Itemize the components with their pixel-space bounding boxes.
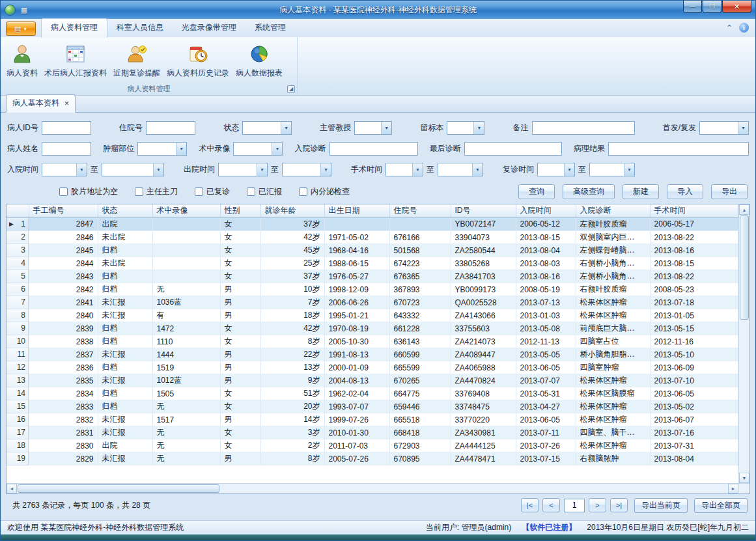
table-cell[interactable]: YB0099173 — [451, 283, 516, 296]
table-cell[interactable]: 双侧脑室内巨… — [576, 231, 650, 244]
table-cell[interactable]: 2838 — [29, 335, 98, 348]
table-row[interactable]: 42844未出院女25岁1988-06-15674223338052682013… — [7, 257, 738, 270]
prev-page-button[interactable]: < — [542, 498, 560, 512]
table-cell[interactable]: 松果体区肿瘤 — [576, 309, 650, 322]
table-cell[interactable]: 2013-05-02 — [650, 400, 738, 413]
row-header[interactable]: 12 — [7, 361, 29, 374]
checkbox-film-address-empty[interactable]: 胶片地址为空 — [59, 186, 118, 197]
table-cell[interactable]: 2013-07-13 — [516, 296, 576, 309]
table-cell[interactable]: 女 — [220, 426, 260, 439]
table-cell[interactable]: 2836 — [29, 361, 98, 374]
table-cell[interactable]: 9岁 — [260, 374, 324, 387]
table-row[interactable]: 72841未汇报1036蓝男7岁2006-06-26670723QA002552… — [7, 296, 738, 309]
row-header[interactable]: 11 — [7, 348, 29, 361]
table-cell[interactable]: QA0025528 — [451, 296, 516, 309]
column-header[interactable]: 手术时间 — [650, 204, 738, 217]
table-cell[interactable]: 2013-07-26 — [516, 439, 576, 452]
table-row[interactable]: 32845归档女45岁1968-04-16501568ZA25805442013… — [7, 244, 738, 257]
table-cell[interactable]: 2843 — [29, 270, 98, 283]
revisit-time-from[interactable]: ▼ — [537, 163, 575, 176]
chevron-down-icon[interactable]: ▼ — [473, 122, 484, 134]
table-cell[interactable]: 7岁 — [260, 296, 324, 309]
ribbon-tab-media-management[interactable]: 光盘录像带管理 — [173, 19, 245, 37]
close-icon[interactable]: × — [64, 100, 69, 107]
column-header[interactable] — [7, 204, 29, 217]
table-cell[interactable]: ZA4444125 — [451, 439, 516, 452]
table-cell[interactable]: ZA4143066 — [451, 309, 516, 322]
table-cell[interactable]: ZA3430981 — [451, 426, 516, 439]
chevron-down-icon[interactable]: ▼ — [381, 122, 391, 134]
chevron-down-icon[interactable]: ▼ — [320, 163, 331, 176]
table-cell[interactable]: ZA4478471 — [451, 452, 516, 465]
table-cell[interactable]: 2006-05-12 — [516, 217, 576, 231]
table-cell[interactable]: 659446 — [389, 400, 451, 413]
table-cell[interactable]: 20岁 — [260, 400, 324, 413]
table-cell[interactable]: 2012-11-16 — [650, 335, 738, 348]
table-cell[interactable]: 2008-05-19 — [516, 283, 576, 296]
table-cell[interactable]: 2832 — [29, 413, 98, 426]
table-cell[interactable]: 有 — [152, 309, 220, 322]
discharge-time-to[interactable]: ▼ — [282, 163, 331, 176]
table-cell[interactable]: 2013-07-31 — [650, 439, 738, 452]
table-cell[interactable]: 676365 — [389, 270, 451, 283]
table-cell[interactable] — [152, 217, 220, 231]
table-cell[interactable]: 25岁 — [260, 257, 324, 270]
chevron-down-icon[interactable]: ▼ — [176, 143, 186, 155]
table-cell[interactable]: 归档 — [98, 244, 152, 257]
table-cell[interactable]: 女 — [220, 244, 260, 257]
table-cell[interactable]: 2013-07-18 — [650, 296, 738, 309]
table-cell[interactable]: 女 — [220, 217, 260, 231]
table-cell[interactable]: 668418 — [389, 426, 451, 439]
row-header[interactable]: 4 — [7, 257, 29, 270]
table-cell[interactable]: 未出院 — [98, 257, 152, 270]
ribbon-item-revisit-reminder[interactable]: 近期复诊提醒 — [110, 40, 163, 81]
table-cell[interactable]: 2011-07-03 — [324, 439, 389, 452]
checkbox-chief-surgeon[interactable]: 主任主刀 — [135, 186, 178, 197]
table-cell[interactable]: 1998-12-09 — [324, 283, 389, 296]
table-cell[interactable]: 女 — [220, 335, 260, 348]
pathology-input[interactable] — [608, 142, 749, 156]
table-cell[interactable]: 660599 — [389, 348, 451, 361]
chevron-down-icon[interactable]: ▼ — [257, 163, 267, 176]
table-cell[interactable]: 674223 — [389, 257, 451, 270]
table-cell[interactable]: 女 — [220, 231, 260, 244]
table-cell[interactable]: 女 — [220, 322, 260, 335]
table-cell[interactable] — [152, 257, 220, 270]
table-cell[interactable]: 2013-06-05 — [516, 361, 576, 374]
row-header[interactable]: 14 — [7, 387, 29, 400]
table-cell[interactable]: ZA4470824 — [451, 374, 516, 387]
table-cell[interactable]: 左侧桥小脑角… — [576, 270, 650, 283]
export-current-page-button[interactable]: 导出当前页 — [634, 498, 688, 513]
table-cell[interactable]: 女 — [220, 270, 260, 283]
table-cell[interactable]: 1517 — [152, 413, 220, 426]
table-cell[interactable]: 左侧蝶骨嵴脑… — [576, 244, 650, 257]
table-cell[interactable]: 女 — [220, 257, 260, 270]
vertical-scrollbar[interactable]: ▲ ▼ — [738, 204, 749, 483]
query-button[interactable]: 查询 — [518, 184, 555, 199]
table-cell[interactable]: 2013-08-15 — [650, 257, 738, 270]
table-cell[interactable]: 女 — [220, 387, 260, 400]
table-cell[interactable]: 右额脑脓肿 — [576, 452, 650, 465]
table-cell[interactable]: 无 — [152, 283, 220, 296]
table-cell[interactable]: 2006-05-17 — [650, 217, 738, 231]
table-cell[interactable]: 1110 — [152, 335, 220, 348]
row-header[interactable]: 6 — [7, 283, 29, 296]
table-cell[interactable]: 2846 — [29, 231, 98, 244]
table-cell[interactable]: 8岁 — [260, 452, 324, 465]
table-cell[interactable]: 松果体区脑膜瘤 — [576, 387, 650, 400]
table-cell[interactable]: 501568 — [389, 244, 451, 257]
table-cell[interactable]: 未出院 — [98, 231, 152, 244]
table-row[interactable]: 162832未汇报1517男14岁1999-07-266655183377022… — [7, 413, 738, 426]
admit-time-to[interactable]: ▼ — [102, 163, 164, 176]
export-all-pages-button[interactable]: 导出全部页 — [694, 498, 748, 513]
table-cell[interactable]: 松果体区肿瘤 — [576, 439, 650, 452]
table-cell[interactable]: 2013-06-05 — [516, 413, 576, 426]
table-cell[interactable]: 2831 — [29, 426, 98, 439]
row-header[interactable]: 10 — [7, 335, 29, 348]
admit-time-from[interactable]: ▼ — [42, 163, 87, 176]
horizontal-scroll-thumb[interactable] — [18, 484, 219, 493]
professor-combo[interactable]: ▼ — [354, 121, 392, 135]
table-cell[interactable]: 桥小脑角胆脂… — [576, 348, 650, 361]
table-cell[interactable]: 2834 — [29, 387, 98, 400]
table-cell[interactable]: 2岁 — [260, 439, 324, 452]
